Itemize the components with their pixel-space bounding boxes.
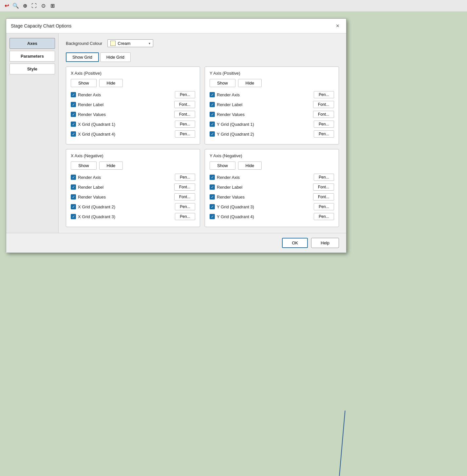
x-negative-hide-button[interactable]: Hide [99, 162, 123, 170]
y-positive-render-axis-checkbox[interactable] [210, 92, 215, 97]
x-negative-grid-q3-row: X Grid (Quadrant 3) Pen... [71, 213, 195, 220]
y-negative-show-button[interactable]: Show [210, 162, 235, 170]
y-negative-render-axis-label: Render Axis [217, 175, 240, 180]
x-positive-render-values-row: Render Values Font... [71, 111, 195, 118]
y-negative-grid-q3-row: Y Grid (Quadrant 3) Pen... [210, 203, 334, 210]
fit-screen-icon[interactable]: ⛶ [30, 2, 38, 10]
x-positive-render-axis-checkbox[interactable] [71, 92, 76, 97]
zoom-in-icon[interactable]: ⊕ [21, 2, 29, 10]
x-positive-render-axis-row: Render Axis Pen... [71, 91, 195, 98]
x-positive-grid-q1-label: X Grid (Quadrant 1) [78, 122, 115, 127]
y-positive-show-hide: Show Hide [210, 79, 334, 87]
tab-parameters[interactable]: Parameters [9, 51, 55, 62]
x-positive-render-label-row: Render Label Font... [71, 101, 195, 108]
colour-swatch [110, 41, 116, 46]
x-positive-hide-button[interactable]: Hide [99, 79, 123, 87]
colour-name: Cream [118, 41, 130, 46]
x-negative-title: X Axis (Negative) [71, 153, 195, 158]
y-negative-render-axis-row: Render Axis Pen... [210, 174, 334, 181]
y-positive-render-axis-pen-button[interactable]: Pen... [314, 91, 334, 98]
y-negative-grid-q4-pen-button[interactable]: Pen... [314, 213, 334, 220]
y-positive-grid-q2-checkbox[interactable] [210, 131, 215, 137]
x-positive-show-hide: Show Hide [71, 79, 195, 87]
zoom-out-icon[interactable]: 🔍 [12, 2, 20, 10]
zoom-check-icon[interactable]: ⊙ [39, 2, 47, 10]
x-negative-render-label-font-button[interactable]: Font... [174, 183, 195, 191]
x-positive-render-label-font-button[interactable]: Font... [174, 101, 195, 108]
dialog-body: Axes Parameters Style Background Colour … [6, 33, 346, 233]
y-negative-grid-q4-label: Y Grid (Quadrant 4) [217, 214, 254, 219]
dialog-close-button[interactable]: × [334, 22, 342, 30]
x-positive-grid-q4-checkbox[interactable] [71, 131, 76, 137]
y-negative-grid-q4-checkbox[interactable] [210, 214, 215, 219]
y-positive-grid-q1-checkbox[interactable] [210, 122, 215, 127]
background-colour-dropdown[interactable]: Cream ▾ [107, 39, 153, 47]
y-negative-render-axis-pen-button[interactable]: Pen... [314, 174, 334, 181]
x-negative-grid-q2-pen-button[interactable]: Pen... [175, 203, 195, 210]
y-negative-render-values-label: Render Values [217, 195, 245, 200]
y-positive-render-values-font-button[interactable]: Font... [313, 111, 334, 118]
x-positive-grid-q1-checkbox[interactable] [71, 122, 76, 127]
x-negative-render-label-checkbox[interactable] [71, 184, 76, 190]
y-negative-show-hide: Show Hide [210, 162, 334, 170]
y-negative-render-label-font-button[interactable]: Font... [313, 183, 334, 191]
x-positive-grid-q4-pen-button[interactable]: Pen... [175, 130, 195, 138]
x-positive-grid-q4-row: X Grid (Quadrant 4) Pen... [71, 130, 195, 138]
x-positive-title: X Axis (Positive) [71, 71, 195, 76]
y-negative-render-axis-checkbox[interactable] [210, 175, 215, 180]
y-negative-render-values-checkbox[interactable] [210, 194, 215, 200]
x-positive-render-values-font-button[interactable]: Font... [174, 111, 195, 118]
x-positive-render-label-checkbox[interactable] [71, 102, 76, 107]
dialog-sidebar: Axes Parameters Style [6, 33, 59, 233]
x-negative-render-axis-checkbox[interactable] [71, 175, 76, 180]
y-positive-show-button[interactable]: Show [210, 79, 235, 87]
grid-icon[interactable]: ⊞ [48, 2, 56, 10]
y-negative-title: Y Axis (Negative) [210, 153, 334, 158]
help-button[interactable]: Help [311, 238, 339, 248]
x-axis-positive-panel: X Axis (Positive) Show Hide Render Axis … [66, 67, 200, 144]
y-positive-grid-q2-pen-button[interactable]: Pen... [314, 130, 334, 138]
ok-button[interactable]: OK [282, 238, 308, 248]
y-positive-render-label-checkbox[interactable] [210, 102, 215, 107]
hide-grid-button[interactable]: Hide Grid [100, 52, 131, 62]
y-negative-grid-q3-label: Y Grid (Quadrant 3) [217, 204, 254, 209]
x-negative-render-axis-pen-button[interactable]: Pen... [175, 174, 195, 181]
top-controls: Background Colour Cream ▾ [66, 39, 339, 47]
y-negative-render-values-row: Render Values Font... [210, 193, 334, 200]
x-negative-render-values-checkbox[interactable] [71, 194, 76, 200]
x-negative-grid-q2-checkbox[interactable] [71, 204, 76, 209]
tab-style[interactable]: Style [9, 64, 55, 74]
y-positive-render-axis-row: Render Axis Pen... [210, 91, 334, 98]
undo-icon[interactable]: ↩ [3, 2, 10, 10]
tab-axes[interactable]: Axes [9, 38, 55, 49]
x-negative-grid-q3-pen-button[interactable]: Pen... [175, 213, 195, 220]
x-positive-show-button[interactable]: Show [71, 79, 97, 87]
y-positive-render-label-font-button[interactable]: Font... [313, 101, 334, 108]
x-negative-show-hide: Show Hide [71, 162, 195, 170]
y-negative-hide-button[interactable]: Hide [238, 162, 262, 170]
x-negative-grid-q3-checkbox[interactable] [71, 214, 76, 219]
y-positive-grid-q1-pen-button[interactable]: Pen... [314, 121, 334, 128]
y-positive-grid-q2-label: Y Grid (Quadrant 2) [217, 132, 254, 137]
show-grid-button[interactable]: Show Grid [66, 52, 99, 62]
y-negative-render-values-font-button[interactable]: Font... [313, 193, 334, 200]
x-negative-grid-q2-label: X Grid (Quadrant 2) [78, 204, 115, 209]
x-negative-show-button[interactable]: Show [71, 162, 97, 170]
y-positive-grid-q1-row: Y Grid (Quadrant 1) Pen... [210, 121, 334, 128]
x-positive-grid-q1-pen-button[interactable]: Pen... [175, 121, 195, 128]
dialog-title: Stage Capacity Chart Options [11, 23, 71, 29]
x-negative-grid-q3-label: X Grid (Quadrant 3) [78, 214, 115, 219]
toolbar: ↩ 🔍 ⊕ ⛶ ⊙ ⊞ [0, 0, 467, 12]
y-positive-title: Y Axis (Positive) [210, 71, 334, 76]
x-negative-render-values-font-button[interactable]: Font... [174, 193, 195, 200]
x-positive-render-axis-pen-button[interactable]: Pen... [175, 91, 195, 98]
y-negative-grid-q3-checkbox[interactable] [210, 204, 215, 209]
x-positive-render-values-checkbox[interactable] [71, 112, 76, 117]
y-negative-render-label-checkbox[interactable] [210, 184, 215, 190]
y-positive-hide-button[interactable]: Hide [238, 79, 262, 87]
y-negative-render-label-label: Render Label [217, 185, 242, 190]
y-positive-render-values-row: Render Values Font... [210, 111, 334, 118]
y-positive-render-values-checkbox[interactable] [210, 112, 215, 117]
y-negative-grid-q3-pen-button[interactable]: Pen... [314, 203, 334, 210]
x-positive-grid-q4-label: X Grid (Quadrant 4) [78, 132, 115, 137]
